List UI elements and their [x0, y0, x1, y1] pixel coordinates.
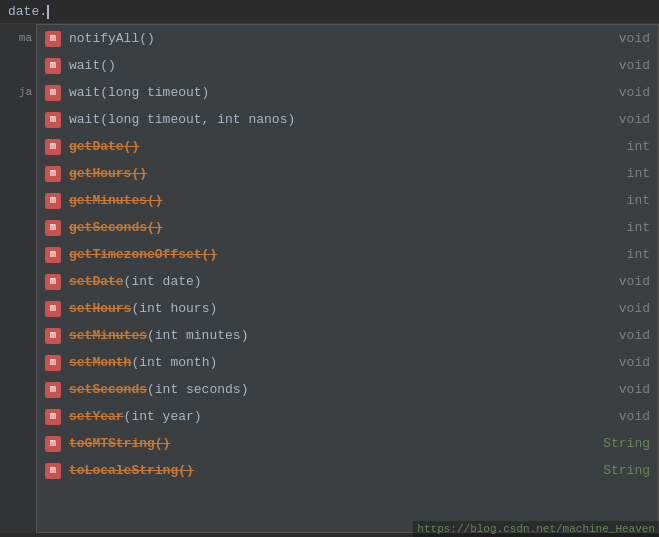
- method-icon: m: [45, 436, 61, 452]
- method-name: toGMTString(): [69, 436, 593, 451]
- list-item[interactable]: mtoLocaleString()String: [37, 457, 658, 484]
- return-type: void: [600, 355, 650, 370]
- method-name: getMinutes(): [69, 193, 600, 208]
- list-item[interactable]: mgetDate()int: [37, 133, 658, 160]
- list-item[interactable]: msetHours(int hours)void: [37, 295, 658, 322]
- list-item[interactable]: msetYear(int year)void: [37, 403, 658, 430]
- method-icon: m: [45, 409, 61, 425]
- return-type: void: [600, 382, 650, 397]
- return-type: void: [600, 328, 650, 343]
- method-name: wait(long timeout): [69, 85, 600, 100]
- method-icon: m: [45, 328, 61, 344]
- list-item[interactable]: mtoGMTString()String: [37, 430, 658, 457]
- method-icon: m: [45, 58, 61, 74]
- method-icon: m: [45, 31, 61, 47]
- method-name: setMinutes(int minutes): [69, 328, 600, 343]
- list-item[interactable]: msetDate(int date)void: [37, 268, 658, 295]
- return-type: void: [600, 58, 650, 73]
- ide-window: date. ma ja mnotifyAll()voidmwait()voidm…: [0, 0, 659, 537]
- return-type: void: [600, 31, 650, 46]
- list-item[interactable]: msetMinutes(int minutes)void: [37, 322, 658, 349]
- gutter-label-ma: ma: [19, 24, 32, 51]
- method-icon: m: [45, 193, 61, 209]
- method-name: toLocaleString(): [69, 463, 593, 478]
- return-type: String: [593, 463, 650, 478]
- method-name: setSeconds(int seconds): [69, 382, 600, 397]
- return-type: void: [600, 112, 650, 127]
- list-item[interactable]: mgetTimezoneOffset()int: [37, 241, 658, 268]
- method-icon: m: [45, 220, 61, 236]
- list-item[interactable]: mgetMinutes()int: [37, 187, 658, 214]
- method-icon: m: [45, 463, 61, 479]
- list-item[interactable]: msetSeconds(int seconds)void: [37, 376, 658, 403]
- left-gutter: ma ja: [0, 24, 36, 533]
- return-type: int: [600, 139, 650, 154]
- list-item[interactable]: mnotifyAll()void: [37, 25, 658, 52]
- text-cursor: [47, 5, 49, 19]
- method-icon: m: [45, 85, 61, 101]
- return-type: void: [600, 274, 650, 289]
- method-name: getHours(): [69, 166, 600, 181]
- return-type: int: [600, 220, 650, 235]
- list-item[interactable]: mwait(long timeout)void: [37, 79, 658, 106]
- method-name: setMonth(int month): [69, 355, 600, 370]
- method-name: getTimezoneOffset(): [69, 247, 600, 262]
- return-type: String: [593, 436, 650, 451]
- return-type: int: [600, 193, 650, 208]
- method-icon: m: [45, 166, 61, 182]
- list-item[interactable]: msetMonth(int month)void: [37, 349, 658, 376]
- method-icon: m: [45, 301, 61, 317]
- method-icon: m: [45, 382, 61, 398]
- autocomplete-container: ma ja mnotifyAll()voidmwait()voidmwait(l…: [0, 24, 659, 533]
- method-name: getDate(): [69, 139, 600, 154]
- method-name: notifyAll(): [69, 31, 600, 46]
- list-item[interactable]: mgetSeconds()int: [37, 214, 658, 241]
- list-item[interactable]: mwait(long timeout, int nanos)void: [37, 106, 658, 133]
- return-type: int: [600, 247, 650, 262]
- method-icon: m: [45, 247, 61, 263]
- return-type: int: [600, 166, 650, 181]
- list-item[interactable]: mgetHours()int: [37, 160, 658, 187]
- method-name: getSeconds(): [69, 220, 600, 235]
- editor-code-prefix: date.: [8, 4, 47, 19]
- method-icon: m: [45, 274, 61, 290]
- list-item[interactable]: mwait()void: [37, 52, 658, 79]
- autocomplete-list[interactable]: mnotifyAll()voidmwait()voidmwait(long ti…: [36, 24, 659, 533]
- method-icon: m: [45, 139, 61, 155]
- editor-topbar: date.: [0, 0, 659, 24]
- return-type: void: [600, 409, 650, 424]
- method-icon: m: [45, 355, 61, 371]
- footer-url: https://blog.csdn.net/machine_Heaven: [413, 521, 659, 537]
- method-icon: m: [45, 112, 61, 128]
- return-type: void: [600, 85, 650, 100]
- method-name: setDate(int date): [69, 274, 600, 289]
- method-name: setHours(int hours): [69, 301, 600, 316]
- return-type: void: [600, 301, 650, 316]
- method-name: wait(): [69, 58, 600, 73]
- gutter-label-ja: ja: [19, 78, 32, 105]
- method-name: wait(long timeout, int nanos): [69, 112, 600, 127]
- method-name: setYear(int year): [69, 409, 600, 424]
